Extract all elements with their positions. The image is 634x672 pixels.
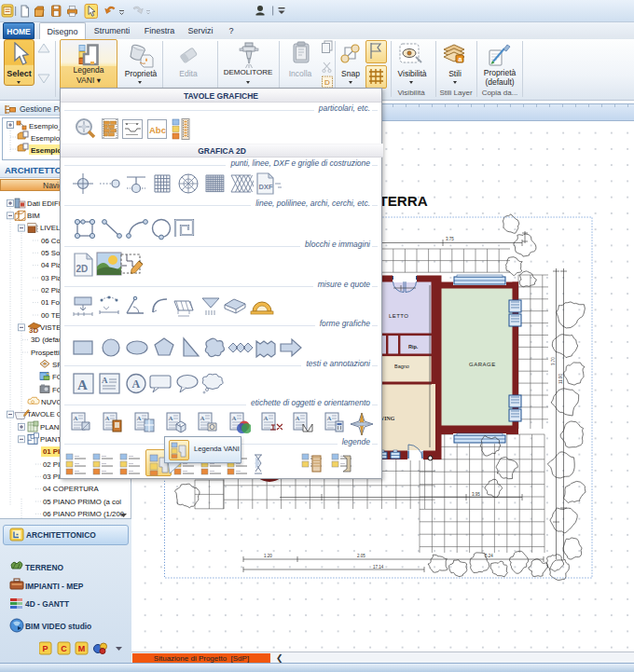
svg-text:Abc: Abc <box>149 125 166 135</box>
svg-text:2D: 2D <box>76 264 89 274</box>
svg-text:A: A <box>137 415 142 422</box>
svg-text:04 COPERTURA: 04 COPERTURA <box>43 485 99 493</box>
svg-text:M: M <box>78 644 86 653</box>
svg-text:A: A <box>232 415 237 422</box>
svg-text:C: C <box>61 644 67 653</box>
svg-text:4D - GANTT: 4D - GANTT <box>25 599 70 609</box>
svg-text:05 PIANO PRIMO (a col: 05 PIANO PRIMO (a col <box>43 498 121 506</box>
svg-text:LETTO: LETTO <box>389 313 408 319</box>
svg-text:3.70: 3.70 <box>551 357 556 365</box>
svg-text:2.05: 2.05 <box>357 554 365 558</box>
svg-text:3D: 3D <box>29 326 38 335</box>
svg-text:A: A <box>105 415 110 422</box>
svg-text:GARAGE: GARAGE <box>469 362 496 367</box>
svg-text:3.75: 3.75 <box>446 237 454 241</box>
svg-text:VISTE: VISTE <box>40 323 62 332</box>
svg-text:ARCHITETTONICO: ARCHITETTONICO <box>26 530 96 540</box>
svg-text:06 PIANO PRIMO (1/200: 06 PIANO PRIMO (1/200 <box>43 510 125 518</box>
svg-text:A: A <box>327 415 332 422</box>
svg-text:A: A <box>169 415 173 422</box>
svg-text:3.95: 3.95 <box>472 492 480 497</box>
svg-text:1.20: 1.20 <box>264 554 272 558</box>
svg-text:TERRENO: TERRENO <box>25 563 63 572</box>
svg-text:IMPIANTI - MEP: IMPIANTI - MEP <box>25 582 84 591</box>
svg-text:A: A <box>77 377 88 392</box>
svg-text:A: A <box>102 376 108 385</box>
svg-text:5.24: 5.24 <box>485 554 493 558</box>
svg-text:A: A <box>200 415 205 422</box>
svg-text:A: A <box>264 415 269 422</box>
svg-text:11.90: 11.90 <box>558 374 563 384</box>
svg-text:BIM: BIM <box>27 212 40 220</box>
svg-text:Bagno: Bagno <box>394 363 409 369</box>
svg-text:a: a <box>459 56 462 62</box>
svg-text:D: D <box>324 78 330 87</box>
svg-text:Prospetti: Prospetti <box>31 349 60 357</box>
svg-text:A: A <box>132 377 141 391</box>
svg-text:A: A <box>296 415 300 422</box>
svg-text:Rip.: Rip. <box>408 344 419 350</box>
svg-text:A: A <box>74 415 78 422</box>
svg-text:DXF: DXF <box>259 183 273 191</box>
svg-text:BIM VIDEO studio: BIM VIDEO studio <box>25 622 91 631</box>
svg-text:17.14: 17.14 <box>373 565 384 569</box>
svg-text:P: P <box>42 644 48 653</box>
